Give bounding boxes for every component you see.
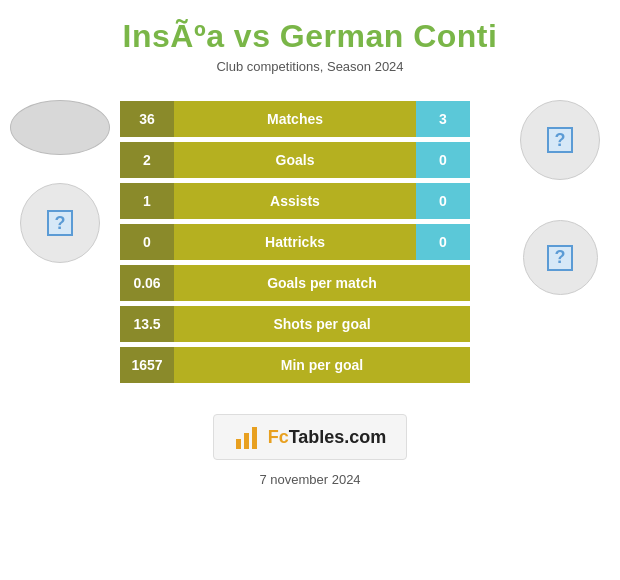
stat-label-min-per-goal: Min per goal: [174, 347, 470, 383]
page-subtitle: Club competitions, Season 2024: [216, 59, 403, 74]
left-avatar-main: ?: [20, 183, 100, 263]
stat-left-min-per-goal: 1657: [120, 347, 174, 383]
stat-label-goals: Goals: [174, 142, 416, 178]
stat-row-matches: 36 Matches 3: [120, 101, 470, 137]
stat-right-matches: 3: [416, 101, 470, 137]
right-question-icon-top: ?: [547, 127, 573, 153]
stat-left-matches: 36: [120, 101, 174, 137]
svg-rect-1: [244, 433, 249, 449]
page-title: InsÃºa vs German Conti: [123, 18, 498, 55]
right-avatars: ? ?: [500, 92, 620, 295]
stat-row-goals-per-match: 0.06 Goals per match: [120, 265, 470, 301]
stat-row-hattricks: 0 Hattricks 0: [120, 224, 470, 260]
stats-area: ? ? ? 36 Matches 3: [0, 92, 620, 392]
left-avatar-top: [10, 100, 110, 155]
stat-row-shots-per-goal: 13.5 Shots per goal: [120, 306, 470, 342]
right-avatar-bottom: ?: [523, 220, 598, 295]
stat-label-hattricks: Hattricks: [174, 224, 416, 260]
right-question-icon-bottom: ?: [547, 245, 573, 271]
footer-date: 7 november 2024: [259, 472, 360, 487]
stat-left-shots-per-goal: 13.5: [120, 306, 174, 342]
main-container: InsÃºa vs German Conti Club competitions…: [0, 0, 620, 580]
svg-rect-0: [236, 439, 241, 449]
stat-right-hattricks: 0: [416, 224, 470, 260]
stats-section: ? ? ? 36 Matches 3: [0, 92, 620, 392]
stat-right-assists: 0: [416, 183, 470, 219]
stats-rows: 36 Matches 3 2 Goals 0 1 Assists 0: [120, 101, 470, 383]
stat-left-goals-per-match: 0.06: [120, 265, 174, 301]
stat-row-assists: 1 Assists 0: [120, 183, 470, 219]
stat-label-assists: Assists: [174, 183, 416, 219]
stat-left-assists: 1: [120, 183, 174, 219]
stat-row-goals: 2 Goals 0: [120, 142, 470, 178]
svg-rect-2: [252, 427, 257, 449]
stat-label-shots-per-goal: Shots per goal: [174, 306, 470, 342]
stat-row-min-per-goal: 1657 Min per goal: [120, 347, 470, 383]
stat-label-matches: Matches: [174, 101, 416, 137]
stat-label-goals-per-match: Goals per match: [174, 265, 470, 301]
left-question-icon: ?: [47, 210, 73, 236]
stat-left-hattricks: 0: [120, 224, 174, 260]
left-avatars: ?: [0, 92, 120, 263]
right-avatar-top: ?: [520, 100, 600, 180]
logo-chart-icon: [234, 423, 262, 451]
stat-right-goals: 0: [416, 142, 470, 178]
logo-area: FcTables.com: [213, 414, 408, 460]
stat-left-goals: 2: [120, 142, 174, 178]
logo-text: FcTables.com: [268, 427, 387, 448]
